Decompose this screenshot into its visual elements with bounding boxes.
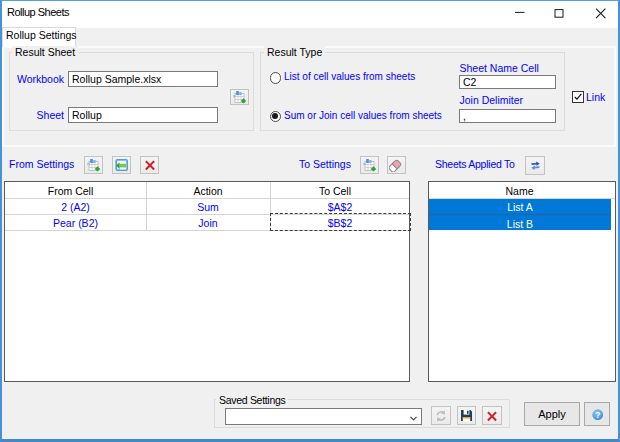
svg-text:?: ?: [595, 409, 600, 419]
